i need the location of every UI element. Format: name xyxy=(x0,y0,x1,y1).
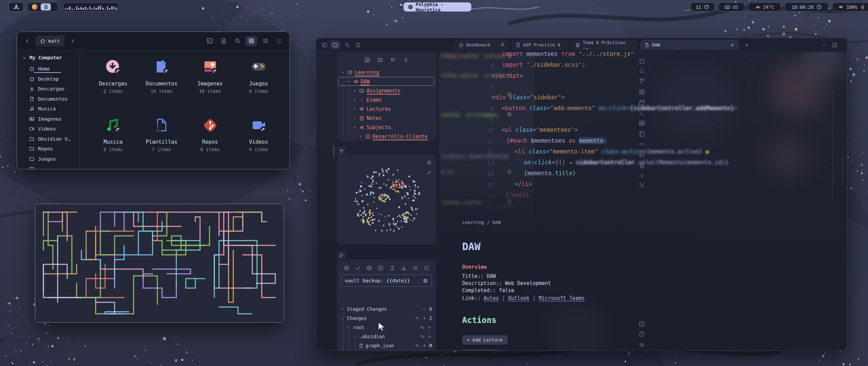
sidebar-item-musica[interactable]: Musica xyxy=(22,104,80,114)
explorer-tool-sort[interactable] xyxy=(389,56,397,64)
right-sidebar-toggle[interactable] xyxy=(830,41,839,49)
tab-asp-practice-6[interactable]: ASP Practice 6 xyxy=(512,40,569,50)
git-tool-minus-circle[interactable] xyxy=(377,264,385,272)
obsidian-dock-icon[interactable] xyxy=(41,3,51,11)
panel-left-toggle[interactable] xyxy=(321,41,329,49)
tray-audio[interactable]: 100% xyxy=(832,2,868,12)
ribbon-graph[interactable] xyxy=(638,77,646,85)
git-tool-refresh[interactable] xyxy=(422,264,431,272)
ribbon-file-search[interactable] xyxy=(638,161,646,169)
nav-back-button[interactable] xyxy=(22,36,33,46)
tab-daw[interactable]: DAW xyxy=(640,40,739,50)
tray-weather[interactable]: 24°C xyxy=(748,2,781,12)
ribbon-search[interactable] xyxy=(638,67,646,75)
sidebar-item-obsidian-v-[interactable]: Obsidian V… xyxy=(22,134,80,144)
button--add-lecture[interactable]: + Add Lecture xyxy=(462,335,508,345)
ribbon-layout-grid[interactable] xyxy=(638,88,646,96)
ribbon-help[interactable] xyxy=(638,330,646,338)
nav-forward-button[interactable] xyxy=(67,36,78,46)
folder-musica[interactable]: Musica 6 items xyxy=(89,111,137,169)
folder-juegos[interactable]: Juegos 8 items xyxy=(234,53,283,111)
tree-item-exams[interactable]: !Exams xyxy=(337,95,436,104)
note-link-outlook[interactable]: Outlook xyxy=(508,295,529,301)
folder-repos[interactable]: Repos 6 items xyxy=(186,111,234,169)
search-tab-button[interactable] xyxy=(343,41,351,49)
folder-documentos[interactable]: Documentos 14 items xyxy=(137,53,186,111)
sidebar-item-clipped[interactable] xyxy=(22,164,80,170)
sidebar-item-juegos[interactable]: Juegos xyxy=(22,154,80,164)
explorer-tab-button[interactable] xyxy=(330,40,340,49)
folder-plantillas[interactable]: Plantillas 7 items xyxy=(137,111,186,169)
git-tool-upload[interactable] xyxy=(388,264,396,272)
ribbon-tools[interactable] xyxy=(638,181,646,189)
git-item-staged-changes[interactable]: Staged Changes 0 xyxy=(337,304,436,313)
note-link-microsoft-teams[interactable]: Microsoft Teams xyxy=(539,295,585,301)
fm-tool-open-terminal[interactable]: $_ xyxy=(204,36,215,46)
tray-updates[interactable]: 11 xyxy=(690,2,715,12)
launcher-button[interactable] xyxy=(8,2,24,12)
ribbon-code-glyph[interactable]: <% xyxy=(638,140,646,148)
sidebar-item-repos[interactable]: Repos xyxy=(22,144,80,154)
git-tool-download-tray[interactable] xyxy=(400,264,408,272)
graph-section-handle[interactable] xyxy=(337,147,346,155)
git-item-changes[interactable]: Changes 2 xyxy=(337,313,436,323)
explorer-tool-folder-plus[interactable] xyxy=(376,56,384,64)
tree-item-lectures[interactable]: Lectures xyxy=(337,104,436,114)
git-item-root[interactable]: root xyxy=(337,323,436,332)
sidebar-item-descargas[interactable]: Descargas xyxy=(22,84,80,94)
ribbon-gamepad[interactable] xyxy=(638,151,646,159)
tab-tema-6-pr-cticas-[interactable]: Tema 6 Prácticas -… xyxy=(571,40,638,50)
tab-list-chevron[interactable] xyxy=(820,41,828,49)
clear-input-button[interactable] xyxy=(422,278,428,284)
tab-dashboard[interactable]: Dashboard xyxy=(455,40,509,50)
close-tab-button[interactable] xyxy=(730,43,735,47)
tree-item-daw[interactable]: DAW xyxy=(337,77,436,86)
git-item-learning-daw-exams[interactable]: Learning/DAW/Exams xyxy=(337,350,436,351)
commit-message-input[interactable] xyxy=(345,278,420,283)
fm-tool-search[interactable] xyxy=(232,36,243,46)
folder-descargas[interactable]: Descargas 2 items xyxy=(89,53,137,111)
sidebar-root[interactable]: My Computer xyxy=(22,55,80,61)
git-tool-plus-circle[interactable] xyxy=(365,264,373,272)
tray-clock[interactable]: 18:08:28 xyxy=(785,2,829,12)
sidebar-item-videos[interactable]: Videos xyxy=(22,124,80,134)
tree-item-desarrollo-cliente[interactable]: Desarrollo-Cliente xyxy=(337,132,436,141)
fm-tool-new-file[interactable] xyxy=(218,36,229,46)
new-tab-button[interactable] xyxy=(743,41,751,49)
tray-keyboard-layout[interactable]: US xyxy=(718,2,745,12)
bookmark-tab-button[interactable] xyxy=(354,41,362,49)
graph-view[interactable] xyxy=(337,155,436,244)
ribbon-terminal[interactable] xyxy=(638,109,646,118)
explorer-tool-collapse-all[interactable] xyxy=(401,56,410,64)
fm-tool-grid[interactable] xyxy=(245,36,257,46)
fm-tool-list[interactable] xyxy=(259,36,271,46)
ribbon-settings[interactable] xyxy=(638,341,646,349)
note-link-aules[interactable]: Aules xyxy=(484,295,499,301)
ribbon-calendar[interactable] xyxy=(638,99,646,107)
git-item-.obsidian[interactable]: .obsidian xyxy=(337,332,436,341)
sidebar-item-imagenes[interactable]: Imagenes xyxy=(22,114,80,124)
sidebar-item-desktop[interactable]: Desktop xyxy=(22,74,80,84)
ribbon-vault[interactable] xyxy=(638,320,646,328)
git-tool-list-ul[interactable] xyxy=(411,264,419,272)
firefox-icon[interactable] xyxy=(31,3,38,11)
note-breadcrumb[interactable]: Learning / DAW xyxy=(462,220,585,225)
git-section-handle[interactable] xyxy=(337,251,346,260)
tree-item-assignments[interactable]: Assignments xyxy=(337,86,436,95)
tree-item-subjects[interactable]: Subjects xyxy=(337,123,436,132)
git-tool-commit-push[interactable] xyxy=(342,264,351,272)
graph-filter-button[interactable] xyxy=(425,169,433,178)
folder-videos[interactable]: Videos 4 items xyxy=(234,111,283,169)
explorer-tool-edit-square[interactable] xyxy=(363,56,372,64)
git-item-graph.json[interactable]: graph.json M xyxy=(337,341,436,350)
ribbon-table[interactable] xyxy=(638,119,646,127)
breadcrumb[interactable]: matt xyxy=(35,36,65,46)
graph-settings-button[interactable] xyxy=(425,158,433,167)
git-tool-check[interactable] xyxy=(354,264,362,272)
now-playing-pill[interactable]: Polyphia - Neurotica xyxy=(403,2,471,12)
ribbon-dollar[interactable]: $ xyxy=(638,171,646,180)
button--add-note[interactable]: + Add Note xyxy=(462,349,499,351)
tree-item-learning[interactable]: Learning xyxy=(337,68,436,77)
fm-tool-grid-sm[interactable] xyxy=(273,36,285,46)
ribbon-home[interactable] xyxy=(638,57,646,65)
